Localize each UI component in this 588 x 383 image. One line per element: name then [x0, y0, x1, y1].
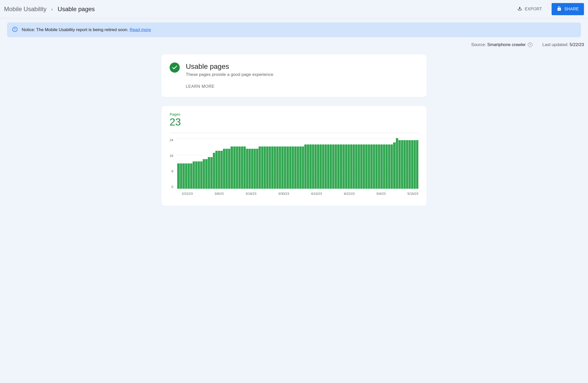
- chart-bar[interactable]: [269, 146, 271, 189]
- chart-bar[interactable]: [368, 144, 370, 189]
- chart-bar[interactable]: [380, 144, 383, 189]
- chart-bar[interactable]: [414, 140, 416, 189]
- chart-bar[interactable]: [353, 144, 355, 189]
- chart-bar[interactable]: [218, 151, 220, 189]
- chart-bar[interactable]: [264, 146, 266, 189]
- chart-bar[interactable]: [317, 144, 319, 189]
- chart-bar[interactable]: [340, 144, 342, 189]
- chart-bar[interactable]: [297, 146, 299, 189]
- chart-bar[interactable]: [220, 151, 223, 189]
- chart-bar[interactable]: [335, 144, 337, 189]
- chart-bar[interactable]: [259, 146, 261, 189]
- chart-bar[interactable]: [190, 163, 192, 189]
- chart-bar[interactable]: [213, 153, 215, 189]
- chart-bar[interactable]: [294, 146, 297, 189]
- chart-bar[interactable]: [398, 140, 401, 189]
- chart-bar[interactable]: [238, 146, 241, 189]
- chart-bar[interactable]: [360, 144, 363, 189]
- chart-bar[interactable]: [375, 144, 378, 189]
- chart-bar[interactable]: [241, 146, 243, 189]
- chart-bar[interactable]: [231, 146, 233, 189]
- chart-bar[interactable]: [416, 140, 418, 189]
- breadcrumb-parent[interactable]: Mobile Usability: [4, 6, 47, 13]
- chart-bar[interactable]: [210, 157, 213, 189]
- chart-bar[interactable]: [393, 142, 395, 189]
- chart-bar[interactable]: [266, 146, 268, 189]
- chart-bar[interactable]: [409, 140, 411, 189]
- chart-bar[interactable]: [286, 146, 289, 189]
- chart-bar[interactable]: [411, 140, 413, 189]
- share-button[interactable]: SHARE: [552, 3, 584, 15]
- chart-bar[interactable]: [198, 161, 200, 189]
- chart-bar[interactable]: [228, 149, 230, 189]
- chart-bar[interactable]: [279, 146, 281, 189]
- chart-bar[interactable]: [302, 146, 304, 189]
- chart-bar[interactable]: [225, 149, 228, 189]
- chart-bar[interactable]: [391, 144, 393, 189]
- chart-bar[interactable]: [337, 144, 340, 189]
- chart-bar[interactable]: [388, 144, 390, 189]
- chart-bar[interactable]: [370, 144, 373, 189]
- chart-bar[interactable]: [274, 146, 276, 189]
- chart-bar[interactable]: [325, 144, 327, 189]
- chart-bar[interactable]: [378, 144, 380, 189]
- chart-bar[interactable]: [299, 146, 302, 189]
- learn-more-button[interactable]: LEARN MORE: [186, 84, 273, 89]
- chart-bar[interactable]: [365, 144, 368, 189]
- chart-bar[interactable]: [309, 144, 312, 189]
- chart-bar[interactable]: [254, 149, 256, 189]
- chart-bar[interactable]: [312, 144, 314, 189]
- chart-bar[interactable]: [304, 144, 307, 189]
- chart-bar[interactable]: [215, 151, 218, 189]
- chart-bar[interactable]: [246, 149, 248, 189]
- chart-bar[interactable]: [203, 159, 205, 189]
- chart-bar[interactable]: [327, 144, 329, 189]
- notice-read-more-link[interactable]: Read more: [130, 27, 151, 32]
- chart-bar[interactable]: [177, 163, 179, 189]
- chart-bar[interactable]: [223, 149, 225, 189]
- chart-bar[interactable]: [281, 146, 284, 189]
- chart-bar[interactable]: [261, 146, 263, 189]
- chart-bar[interactable]: [373, 144, 375, 189]
- chart-bar[interactable]: [183, 163, 185, 189]
- chart-bar[interactable]: [289, 146, 291, 189]
- chart-bar[interactable]: [180, 163, 182, 189]
- chart-bar[interactable]: [248, 149, 251, 189]
- chart-bar[interactable]: [205, 159, 208, 189]
- chart-bar[interactable]: [386, 144, 388, 189]
- chart-bar[interactable]: [307, 144, 309, 189]
- chart-bar[interactable]: [355, 144, 357, 189]
- chart-bar[interactable]: [401, 140, 403, 189]
- chart-bar[interactable]: [284, 146, 286, 189]
- chart-bar[interactable]: [320, 144, 322, 189]
- help-icon[interactable]: ?: [528, 42, 532, 47]
- chart-bar[interactable]: [251, 149, 253, 189]
- chart-bar[interactable]: [200, 161, 202, 189]
- chart-bar[interactable]: [185, 163, 187, 189]
- chart-bar[interactable]: [345, 144, 347, 189]
- chart-bar[interactable]: [271, 146, 274, 189]
- chart-bar[interactable]: [208, 157, 210, 189]
- chart-bar[interactable]: [193, 161, 195, 189]
- chart-bar[interactable]: [195, 161, 197, 189]
- chart-bar[interactable]: [396, 138, 398, 189]
- chart-bar[interactable]: [363, 144, 365, 189]
- chart-bar[interactable]: [358, 144, 360, 189]
- chart-bar[interactable]: [243, 146, 246, 189]
- chart-bar[interactable]: [383, 144, 385, 189]
- chart-bar[interactable]: [350, 144, 352, 189]
- chart-bar[interactable]: [406, 140, 408, 189]
- chart-bar[interactable]: [332, 144, 334, 189]
- chart-bar[interactable]: [314, 144, 317, 189]
- chart-bar[interactable]: [256, 149, 258, 189]
- chart-bar[interactable]: [233, 146, 236, 189]
- chart-bar[interactable]: [292, 146, 294, 189]
- chart-bar[interactable]: [322, 144, 324, 189]
- chart-bar[interactable]: [403, 140, 406, 189]
- chart-bar[interactable]: [343, 144, 345, 189]
- chart-bar[interactable]: [276, 146, 279, 189]
- chart-bar[interactable]: [348, 144, 350, 189]
- chart-bar[interactable]: [236, 146, 238, 189]
- chart-bar[interactable]: [330, 144, 332, 189]
- export-button[interactable]: EXPORT: [514, 4, 546, 15]
